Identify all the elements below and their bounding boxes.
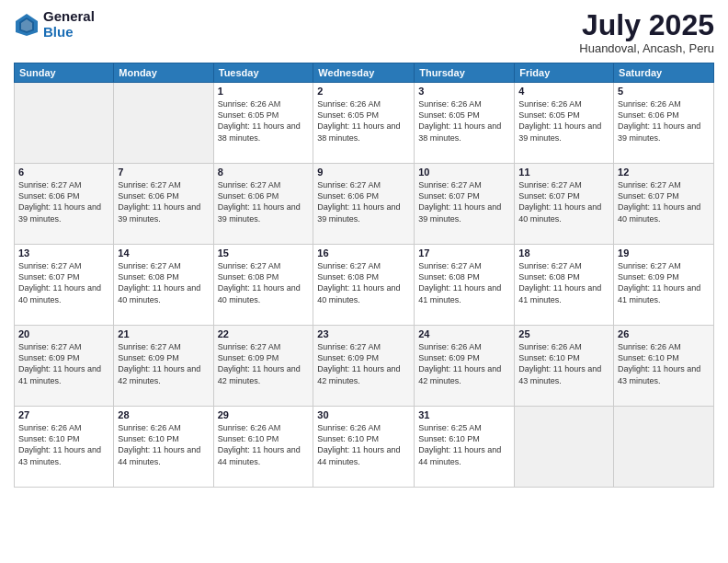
day-number: 22 <box>218 328 310 339</box>
day-cell-3-3: 23Sunrise: 6:27 AMSunset: 6:09 PMDayligh… <box>313 326 415 407</box>
day-info: Sunrise: 6:26 AMSunset: 6:10 PMDaylight:… <box>317 422 410 467</box>
day-number: 8 <box>218 167 310 178</box>
day-info: Sunrise: 6:27 AMSunset: 6:09 PMDaylight:… <box>618 260 710 305</box>
day-number: 31 <box>418 409 510 420</box>
day-number: 3 <box>418 86 510 97</box>
day-number: 20 <box>18 328 109 339</box>
col-saturday: Saturday <box>614 63 714 83</box>
day-info: Sunrise: 6:26 AMSunset: 6:09 PMDaylight:… <box>418 341 510 386</box>
day-info: Sunrise: 6:27 AMSunset: 6:07 PMDaylight:… <box>418 179 510 224</box>
day-cell-3-0: 20Sunrise: 6:27 AMSunset: 6:09 PMDayligh… <box>15 326 114 407</box>
day-cell-4-1: 28Sunrise: 6:26 AMSunset: 6:10 PMDayligh… <box>114 407 213 488</box>
week-row-3: 13Sunrise: 6:27 AMSunset: 6:07 PMDayligh… <box>15 245 714 326</box>
day-info: Sunrise: 6:26 AMSunset: 6:06 PMDaylight:… <box>618 98 710 144</box>
day-info: Sunrise: 6:26 AMSunset: 6:10 PMDaylight:… <box>218 422 310 467</box>
day-cell-4-3: 30Sunrise: 6:26 AMSunset: 6:10 PMDayligh… <box>313 407 415 488</box>
day-number: 17 <box>418 247 510 259</box>
day-cell-0-3: 2Sunrise: 6:26 AMSunset: 6:05 PMDaylight… <box>313 83 415 164</box>
day-number: 16 <box>317 247 410 259</box>
day-cell-3-6: 26Sunrise: 6:26 AMSunset: 6:10 PMDayligh… <box>614 326 714 407</box>
day-info: Sunrise: 6:27 AMSunset: 6:06 PMDaylight:… <box>317 179 410 224</box>
month-title: July 2025 <box>579 9 714 41</box>
logo-blue-text: Blue <box>43 25 95 40</box>
logo-general-text: General <box>43 9 95 25</box>
day-cell-4-0: 27Sunrise: 6:26 AMSunset: 6:10 PMDayligh… <box>15 407 114 488</box>
day-info: Sunrise: 6:27 AMSunset: 6:08 PMDaylight:… <box>518 260 609 305</box>
week-row-5: 27Sunrise: 6:26 AMSunset: 6:10 PMDayligh… <box>15 407 714 488</box>
day-cell-4-4: 31Sunrise: 6:25 AMSunset: 6:10 PMDayligh… <box>415 407 515 488</box>
day-cell-2-6: 19Sunrise: 6:27 AMSunset: 6:09 PMDayligh… <box>614 245 714 326</box>
col-friday: Friday <box>515 63 614 83</box>
day-info: Sunrise: 6:27 AMSunset: 6:08 PMDaylight:… <box>317 260 410 305</box>
day-number: 13 <box>18 247 109 259</box>
day-info: Sunrise: 6:25 AMSunset: 6:10 PMDaylight:… <box>418 422 510 467</box>
day-number: 4 <box>518 86 609 97</box>
week-row-4: 20Sunrise: 6:27 AMSunset: 6:09 PMDayligh… <box>15 326 714 407</box>
day-info: Sunrise: 6:27 AMSunset: 6:08 PMDaylight:… <box>418 260 510 305</box>
day-cell-2-3: 16Sunrise: 6:27 AMSunset: 6:08 PMDayligh… <box>313 245 415 326</box>
week-row-2: 6Sunrise: 6:27 AMSunset: 6:06 PMDaylight… <box>15 164 714 245</box>
day-cell-2-4: 17Sunrise: 6:27 AMSunset: 6:08 PMDayligh… <box>415 245 515 326</box>
day-cell-1-0: 6Sunrise: 6:27 AMSunset: 6:06 PMDaylight… <box>15 164 114 245</box>
day-cell-0-2: 1Sunrise: 6:26 AMSunset: 6:05 PMDaylight… <box>213 83 313 164</box>
day-number: 29 <box>218 409 310 420</box>
day-info: Sunrise: 6:26 AMSunset: 6:05 PMDaylight:… <box>518 98 609 144</box>
day-info: Sunrise: 6:27 AMSunset: 6:06 PMDaylight:… <box>18 179 109 224</box>
title-section: July 2025 Huandoval, Ancash, Peru <box>579 9 714 55</box>
day-cell-2-5: 18Sunrise: 6:27 AMSunset: 6:08 PMDayligh… <box>515 245 614 326</box>
day-info: Sunrise: 6:27 AMSunset: 6:06 PMDaylight:… <box>118 179 209 224</box>
day-cell-2-2: 15Sunrise: 6:27 AMSunset: 6:08 PMDayligh… <box>213 245 313 326</box>
day-number: 30 <box>317 409 410 420</box>
day-cell-3-2: 22Sunrise: 6:27 AMSunset: 6:09 PMDayligh… <box>213 326 313 407</box>
calendar-header-row: Sunday Monday Tuesday Wednesday Thursday… <box>15 63 714 83</box>
day-cell-4-2: 29Sunrise: 6:26 AMSunset: 6:10 PMDayligh… <box>213 407 313 488</box>
day-cell-4-5 <box>515 407 614 488</box>
day-info: Sunrise: 6:27 AMSunset: 6:09 PMDaylight:… <box>317 341 410 386</box>
day-info: Sunrise: 6:27 AMSunset: 6:08 PMDaylight:… <box>118 260 209 305</box>
calendar: Sunday Monday Tuesday Wednesday Thursday… <box>14 63 714 488</box>
day-info: Sunrise: 6:26 AMSunset: 6:05 PMDaylight:… <box>317 98 410 144</box>
page: General Blue July 2025 Huandoval, Ancash… <box>0 0 728 563</box>
day-info: Sunrise: 6:27 AMSunset: 6:06 PMDaylight:… <box>218 179 310 224</box>
day-number: 18 <box>518 247 609 259</box>
day-cell-0-0 <box>15 83 114 164</box>
day-info: Sunrise: 6:26 AMSunset: 6:10 PMDaylight:… <box>18 422 109 467</box>
day-cell-1-2: 8Sunrise: 6:27 AMSunset: 6:06 PMDaylight… <box>213 164 313 245</box>
day-info: Sunrise: 6:27 AMSunset: 6:07 PMDaylight:… <box>518 179 609 224</box>
day-info: Sunrise: 6:26 AMSunset: 6:05 PMDaylight:… <box>418 98 510 144</box>
day-number: 26 <box>618 328 710 339</box>
day-cell-3-5: 25Sunrise: 6:26 AMSunset: 6:10 PMDayligh… <box>515 326 614 407</box>
day-number: 10 <box>418 167 510 178</box>
col-tuesday: Tuesday <box>213 63 313 83</box>
day-cell-1-3: 9Sunrise: 6:27 AMSunset: 6:06 PMDaylight… <box>313 164 415 245</box>
day-info: Sunrise: 6:27 AMSunset: 6:09 PMDaylight:… <box>18 341 109 386</box>
day-info: Sunrise: 6:27 AMSunset: 6:07 PMDaylight:… <box>618 179 710 224</box>
day-info: Sunrise: 6:26 AMSunset: 6:10 PMDaylight:… <box>118 422 209 467</box>
day-number: 12 <box>618 167 710 178</box>
day-number: 28 <box>118 409 209 420</box>
day-number: 21 <box>118 328 209 339</box>
day-info: Sunrise: 6:26 AMSunset: 6:10 PMDaylight:… <box>518 341 609 386</box>
day-cell-0-1 <box>114 83 213 164</box>
day-number: 25 <box>518 328 609 339</box>
day-info: Sunrise: 6:26 AMSunset: 6:05 PMDaylight:… <box>218 98 310 144</box>
day-number: 23 <box>317 328 410 339</box>
day-cell-4-6 <box>614 407 714 488</box>
location: Huandoval, Ancash, Peru <box>579 41 714 55</box>
day-number: 7 <box>118 167 209 178</box>
day-number: 27 <box>18 409 109 420</box>
col-monday: Monday <box>114 63 213 83</box>
day-cell-2-0: 13Sunrise: 6:27 AMSunset: 6:07 PMDayligh… <box>15 245 114 326</box>
day-number: 14 <box>118 247 209 259</box>
day-info: Sunrise: 6:26 AMSunset: 6:10 PMDaylight:… <box>618 341 710 386</box>
day-cell-0-5: 4Sunrise: 6:26 AMSunset: 6:05 PMDaylight… <box>515 83 614 164</box>
day-number: 5 <box>618 86 710 97</box>
day-number: 9 <box>317 167 410 178</box>
col-sunday: Sunday <box>15 63 114 83</box>
header: General Blue July 2025 Huandoval, Ancash… <box>14 9 714 55</box>
day-info: Sunrise: 6:27 AMSunset: 6:08 PMDaylight:… <box>218 260 310 305</box>
day-cell-0-4: 3Sunrise: 6:26 AMSunset: 6:05 PMDaylight… <box>415 83 515 164</box>
day-cell-2-1: 14Sunrise: 6:27 AMSunset: 6:08 PMDayligh… <box>114 245 213 326</box>
day-number: 15 <box>218 247 310 259</box>
col-thursday: Thursday <box>415 63 515 83</box>
